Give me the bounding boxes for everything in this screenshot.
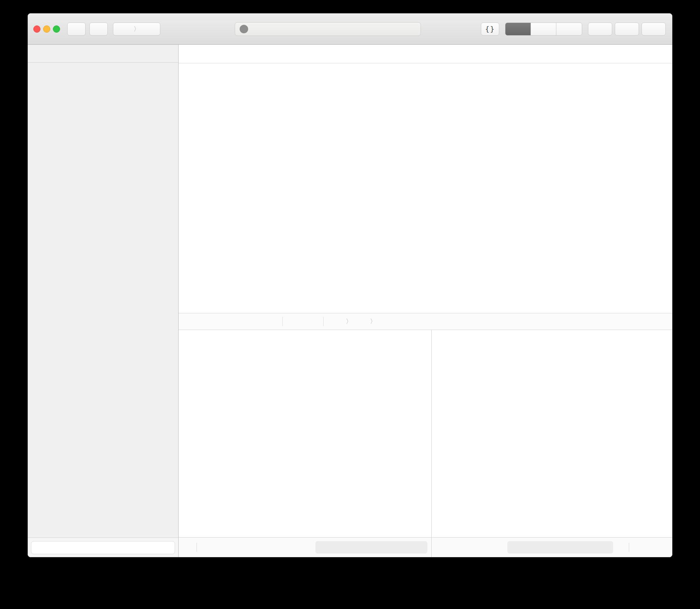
issues-indicator[interactable] [406, 25, 416, 33]
debug-location-breadcrumb: 〉 〉 [331, 317, 391, 326]
panel-toggles [588, 22, 666, 36]
divider [283, 317, 283, 326]
step-over-button[interactable] [234, 317, 242, 326]
navigator-filter-input[interactable] [31, 541, 175, 554]
related-items-button[interactable] [184, 50, 192, 58]
close-window-button[interactable] [33, 25, 40, 33]
debug-navigator-content [28, 63, 178, 538]
navigator-filter-buttons [142, 543, 172, 552]
toolbar-right: {} [481, 22, 666, 36]
breakpoints-toggle-button[interactable] [201, 317, 209, 326]
variables-scope-dropdown[interactable] [186, 543, 192, 551]
debug-area [178, 330, 672, 537]
hide-debug-area-button[interactable] [185, 317, 193, 326]
go-back-button[interactable] [195, 50, 203, 57]
filter-running-threads-button[interactable] [142, 543, 151, 552]
toggle-navigator-button[interactable] [588, 22, 612, 36]
print-description-button[interactable] [213, 543, 221, 551]
toggle-variables-view-button[interactable] [634, 543, 645, 552]
variables-filter-input[interactable] [315, 541, 427, 554]
toolbar: 〉 {} [28, 13, 672, 45]
variables-bottom-bar [178, 538, 431, 557]
previous-issue-button[interactable] [637, 50, 644, 57]
console-output-dropdown[interactable] [440, 543, 445, 551]
zoom-window-button[interactable] [53, 25, 60, 33]
divider [323, 317, 324, 326]
navigator-filter-bar [28, 538, 178, 557]
next-issue-button[interactable] [659, 50, 666, 57]
quicklook-button[interactable] [202, 543, 209, 551]
source-editor[interactable] [178, 63, 672, 313]
divider [197, 543, 197, 552]
minimize-window-button[interactable] [43, 25, 50, 33]
activity-count-badge [240, 25, 248, 33]
braces-icon: {} [485, 25, 495, 33]
continue-button[interactable] [217, 317, 226, 326]
debug-view-hierarchy-button[interactable] [291, 317, 299, 326]
toggle-inspector-button[interactable] [642, 22, 666, 36]
issue-navigation [637, 50, 666, 58]
navigator-tab-bar [28, 45, 178, 63]
step-into-button[interactable] [250, 317, 258, 326]
console-filter-input[interactable] [507, 541, 613, 554]
console-view[interactable] [431, 330, 672, 537]
library-button[interactable]: {} [481, 22, 499, 36]
toggle-debug-area-button[interactable] [615, 22, 639, 36]
activity-viewer[interactable] [235, 22, 421, 36]
step-out-button[interactable] [266, 317, 275, 326]
chevron-separator: 〉 [369, 317, 377, 326]
standard-editor-button[interactable] [506, 23, 531, 35]
jump-bar [178, 45, 672, 63]
scheme-selector[interactable]: 〉 [113, 22, 160, 36]
assistant-editor-button[interactable] [531, 23, 556, 35]
version-editor-button[interactable] [556, 23, 582, 35]
chevron-separator: 〉 [133, 25, 140, 33]
xcode-window: 〉 {} [28, 13, 672, 557]
editor-mode-segmented-control [505, 22, 582, 36]
console-bottom-bar [431, 538, 672, 557]
divider [629, 543, 629, 552]
window-controls [33, 25, 60, 33]
chevron-separator: 〉 [345, 317, 353, 326]
filter-stack-frames-button[interactable] [153, 543, 161, 552]
run-button[interactable] [67, 22, 86, 36]
stop-button[interactable] [89, 22, 108, 36]
view-mode-button[interactable] [164, 543, 172, 552]
editor-area: 〉 〉 [178, 45, 672, 557]
debug-bar: 〉 〉 [178, 313, 672, 330]
go-forward-button[interactable] [206, 50, 213, 57]
variables-view [178, 330, 431, 537]
debug-navigator [28, 45, 178, 557]
memory-graph-button[interactable] [307, 317, 315, 326]
clear-console-button[interactable] [615, 543, 624, 552]
toggle-console-view-button[interactable] [649, 543, 661, 552]
debug-area-bottom-bar [178, 537, 672, 557]
